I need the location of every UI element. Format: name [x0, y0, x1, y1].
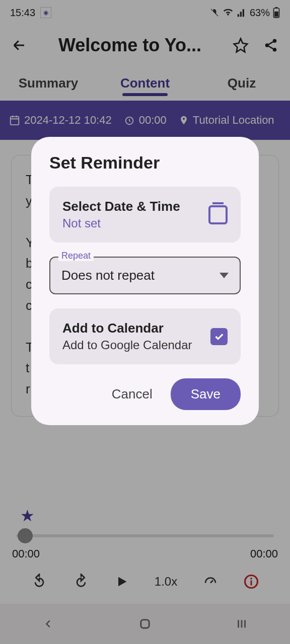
modal-title: Set Reminder [49, 153, 241, 173]
cancel-button[interactable]: Cancel [106, 379, 159, 409]
nav-back[interactable] [39, 615, 57, 633]
calendar-card[interactable]: Add to Calendar Add to Google Calendar [49, 308, 241, 364]
nav-home[interactable] [136, 615, 154, 633]
datetime-value: Not set [62, 216, 208, 230]
datetime-label: Select Date & Time [62, 199, 208, 214]
repeat-label: Repeat [58, 251, 94, 261]
repeat-value: Does not repeat [61, 268, 155, 283]
calendar-sub: Add to Google Calendar [62, 338, 210, 352]
calendar-label: Add to Calendar [62, 320, 210, 336]
set-reminder-modal: Set Reminder Select Date & Time Not set … [31, 137, 259, 425]
datetime-card[interactable]: Select Date & Time Not set [49, 187, 241, 243]
calendar-checkbox[interactable] [210, 328, 228, 345]
chevron-down-icon [220, 273, 229, 278]
save-button[interactable]: Save [171, 378, 241, 410]
repeat-select[interactable]: Repeat Does not repeat [49, 257, 241, 294]
calendar-picker-icon [208, 205, 228, 224]
svg-rect-11 [141, 620, 149, 628]
nav-recent[interactable] [233, 615, 251, 633]
